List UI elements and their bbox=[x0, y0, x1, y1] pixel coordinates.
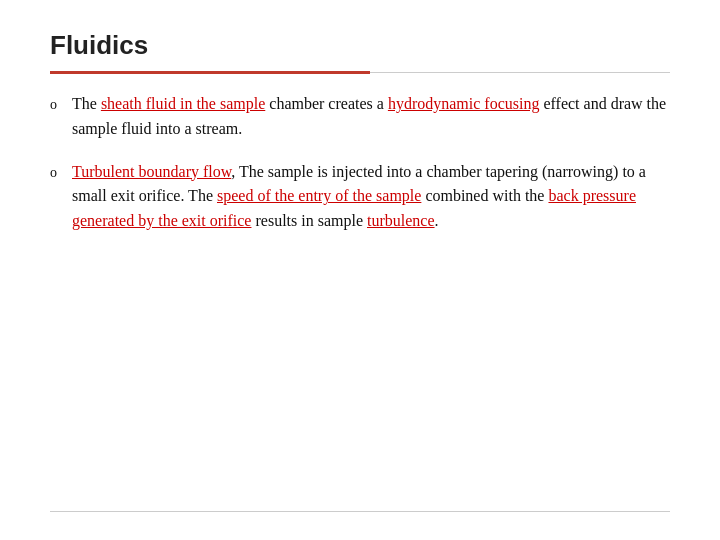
phrase-turbulence: turbulence bbox=[367, 212, 435, 229]
title-divider bbox=[50, 71, 670, 74]
content-area: o The sheath fluid in the sample chamber… bbox=[50, 92, 670, 234]
phrase-turbulent: Turbulent boundary flow bbox=[72, 163, 231, 180]
slide: Fluidics o The sheath fluid in the sampl… bbox=[0, 0, 720, 540]
bullet-marker-2: o bbox=[50, 162, 72, 183]
bullet-marker-1: o bbox=[50, 94, 72, 115]
phrase-hydrodynamic: hydrodynamic focusing bbox=[388, 95, 540, 112]
bullet-list: o The sheath fluid in the sample chamber… bbox=[50, 92, 670, 234]
bullet-text-2: Turbulent boundary flow, The sample is i… bbox=[72, 160, 670, 234]
phrase-speed-entry: speed of the entry of the sample bbox=[217, 187, 421, 204]
phrase-sheath-fluid: sheath fluid in the sample bbox=[101, 95, 265, 112]
title: Fluidics bbox=[50, 30, 670, 61]
bottom-rule bbox=[50, 511, 670, 512]
list-item: o Turbulent boundary flow, The sample is… bbox=[50, 160, 670, 234]
list-item: o The sheath fluid in the sample chamber… bbox=[50, 92, 670, 142]
bullet-text-1: The sheath fluid in the sample chamber c… bbox=[72, 92, 670, 142]
divider-line bbox=[370, 72, 670, 73]
divider-red bbox=[50, 71, 370, 74]
